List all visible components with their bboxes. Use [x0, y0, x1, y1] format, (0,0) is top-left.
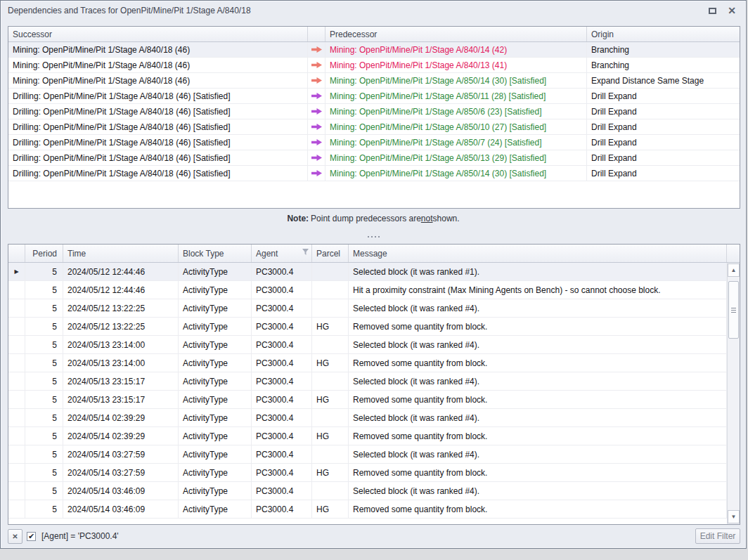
successor-cell: Drilling: OpenPit/Mine/Pit 1/Stage A/840…: [8, 119, 308, 134]
time-cell: 2024/05/14 02:39:29: [63, 427, 179, 445]
message-cell: Removed some quantity from block.: [349, 500, 727, 518]
panel-splitter[interactable]: [1, 231, 746, 242]
scroll-down-icon[interactable]: ▼: [728, 510, 740, 523]
parcel-cell: HG: [312, 500, 349, 518]
column-header-predecessor[interactable]: Predecessor: [325, 27, 587, 41]
trace-grid-header: Period Time Block Type Agent Parcel Mess…: [8, 245, 740, 263]
edit-filter-button[interactable]: Edit Filter: [695, 528, 740, 544]
dependency-row[interactable]: Drilling: OpenPit/Mine/Pit 1/Stage A/840…: [8, 119, 740, 135]
dependency-arrow-icon: [311, 108, 322, 115]
dependency-row[interactable]: Mining: OpenPit/Mine/Pit 1/Stage A/840/1…: [8, 42, 740, 58]
scroll-up-icon[interactable]: ▲: [728, 263, 740, 277]
column-header-spacer: [727, 245, 740, 262]
column-header-block-type[interactable]: Block Type: [179, 245, 252, 262]
dependency-grid-header: Successor Predecessor Origin: [8, 27, 740, 42]
filter-expression[interactable]: [Agent] = 'PC3000.4': [41, 531, 695, 541]
trace-row[interactable]: 52024/05/12 13:22:25ActivityTypePC3000.4…: [8, 318, 740, 336]
dependency-row[interactable]: Mining: OpenPit/Mine/Pit 1/Stage A/840/1…: [8, 58, 740, 73]
column-header-time[interactable]: Time: [63, 245, 179, 262]
column-header-period[interactable]: Period: [25, 245, 63, 262]
column-header-origin[interactable]: Origin: [587, 27, 740, 41]
maximize-icon[interactable]: [709, 8, 716, 14]
message-cell: Selected block (it was ranked #1).: [349, 263, 727, 280]
close-icon[interactable]: ✕: [728, 6, 736, 15]
trace-row[interactable]: 52024/05/14 02:39:29ActivityTypePC3000.4…: [8, 427, 740, 445]
time-cell: 2024/05/14 03:27:59: [63, 445, 179, 463]
dependency-row[interactable]: Drilling: OpenPit/Mine/Pit 1/Stage A/840…: [8, 104, 740, 119]
parcel-cell: [312, 336, 349, 353]
block-type-cell: ActivityType: [179, 281, 252, 299]
block-type-cell: ActivityType: [179, 409, 252, 426]
trace-row[interactable]: ▶52024/05/12 12:44:46ActivityTypePC3000.…: [8, 263, 740, 281]
column-header-message[interactable]: Message: [349, 245, 727, 262]
trace-row[interactable]: 52024/05/13 23:14:00ActivityTypePC3000.4…: [8, 354, 740, 372]
message-cell: Hit a proximity constraint (Max Mining A…: [349, 281, 727, 299]
successor-cell: Mining: OpenPit/Mine/Pit 1/Stage A/840/1…: [8, 73, 308, 88]
column-header-parcel[interactable]: Parcel: [312, 245, 349, 262]
parcel-cell: HG: [312, 354, 349, 372]
parcel-cell: HG: [312, 391, 349, 408]
period-cell: 5: [25, 318, 63, 335]
row-indicator-cell: [8, 500, 25, 518]
trace-row[interactable]: 52024/05/13 23:14:00ActivityTypePC3000.4…: [8, 336, 740, 354]
trace-row[interactable]: 52024/05/14 03:27:59ActivityTypePC3000.4…: [8, 445, 740, 464]
dependency-grid: Successor Predecessor Origin Mining: Ope…: [8, 26, 740, 209]
window-title: Dependencies and Traces for OpenPit/Mine…: [8, 6, 709, 15]
dependency-row[interactable]: Drilling: OpenPit/Mine/Pit 1/Stage A/840…: [8, 166, 740, 181]
dependency-arrow-icon: [311, 62, 322, 68]
agent-cell: PC3000.4: [252, 354, 312, 372]
block-type-cell: ActivityType: [179, 372, 252, 390]
time-cell: 2024/05/13 23:14:00: [63, 336, 179, 353]
time-cell: 2024/05/14 03:27:59: [63, 464, 179, 481]
column-header-agent[interactable]: Agent: [252, 245, 312, 262]
note-text: Note: Point dump predecessors are not sh…: [1, 209, 746, 228]
dependencies-window: Dependencies and Traces for OpenPit/Mine…: [0, 0, 747, 549]
successor-cell: Mining: OpenPit/Mine/Pit 1/Stage A/840/1…: [8, 42, 308, 57]
dependency-row[interactable]: Drilling: OpenPit/Mine/Pit 1/Stage A/840…: [8, 150, 740, 166]
time-cell: 2024/05/13 23:15:17: [63, 372, 179, 390]
arrow-cell: [308, 135, 325, 150]
dependency-row[interactable]: Mining: OpenPit/Mine/Pit 1/Stage A/840/1…: [8, 73, 740, 89]
time-cell: 2024/05/13 23:15:17: [63, 391, 179, 408]
agent-cell: PC3000.4: [252, 427, 312, 445]
scrollbar-thumb[interactable]: [728, 281, 739, 339]
trace-row[interactable]: 52024/05/12 12:44:46ActivityTypePC3000.4…: [8, 281, 740, 299]
trace-row[interactable]: 52024/05/14 03:46:09ActivityTypePC3000.4…: [8, 500, 740, 519]
time-cell: 2024/05/14 03:46:09: [63, 482, 179, 500]
period-cell: 5: [25, 482, 63, 500]
column-header-arrow[interactable]: [308, 27, 325, 41]
block-type-cell: ActivityType: [179, 354, 252, 372]
filter-funnel-icon[interactable]: [302, 249, 309, 255]
filter-enabled-checkbox[interactable]: ✔: [27, 532, 36, 541]
trace-row[interactable]: 52024/05/13 23:15:17ActivityTypePC3000.4…: [8, 372, 740, 391]
successor-cell: Drilling: OpenPit/Mine/Pit 1/Stage A/840…: [8, 166, 308, 181]
title-bar[interactable]: Dependencies and Traces for OpenPit/Mine…: [1, 1, 746, 22]
period-cell: 5: [25, 281, 63, 299]
agent-cell: PC3000.4: [252, 281, 312, 299]
row-indicator-cell: ▶: [8, 263, 25, 280]
trace-row[interactable]: 52024/05/12 13:22:25ActivityTypePC3000.4…: [8, 299, 740, 318]
column-header-successor[interactable]: Successor: [8, 27, 308, 41]
time-cell: 2024/05/12 13:22:25: [63, 318, 179, 335]
trace-row[interactable]: 52024/05/13 23:15:17ActivityTypePC3000.4…: [8, 391, 740, 409]
trace-row[interactable]: 52024/05/14 03:46:09ActivityTypePC3000.4…: [8, 482, 740, 500]
parcel-cell: [312, 445, 349, 463]
dependency-arrow-icon: [311, 170, 322, 176]
message-cell: Removed some quantity from block.: [349, 427, 727, 445]
period-cell: 5: [25, 445, 63, 463]
clear-filter-button[interactable]: ✕: [8, 529, 22, 544]
message-cell: Selected block (it was ranked #4).: [349, 482, 727, 500]
period-cell: 5: [25, 299, 63, 317]
column-header-row-indicator: [8, 245, 25, 262]
dependency-row[interactable]: Drilling: OpenPit/Mine/Pit 1/Stage A/840…: [8, 89, 740, 104]
row-indicator-cell: [8, 427, 25, 445]
parcel-cell: [312, 263, 349, 280]
message-cell: Selected block (it was ranked #4).: [349, 372, 727, 390]
arrow-cell: [308, 166, 325, 181]
parcel-cell: HG: [312, 427, 349, 445]
agent-cell: PC3000.4: [252, 263, 312, 280]
vertical-scrollbar[interactable]: ▲ ▼: [727, 263, 740, 524]
dependency-row[interactable]: Drilling: OpenPit/Mine/Pit 1/Stage A/840…: [8, 135, 740, 150]
trace-row[interactable]: 52024/05/14 02:39:29ActivityTypePC3000.4…: [8, 409, 740, 427]
trace-row[interactable]: 52024/05/14 03:27:59ActivityTypePC3000.4…: [8, 464, 740, 482]
